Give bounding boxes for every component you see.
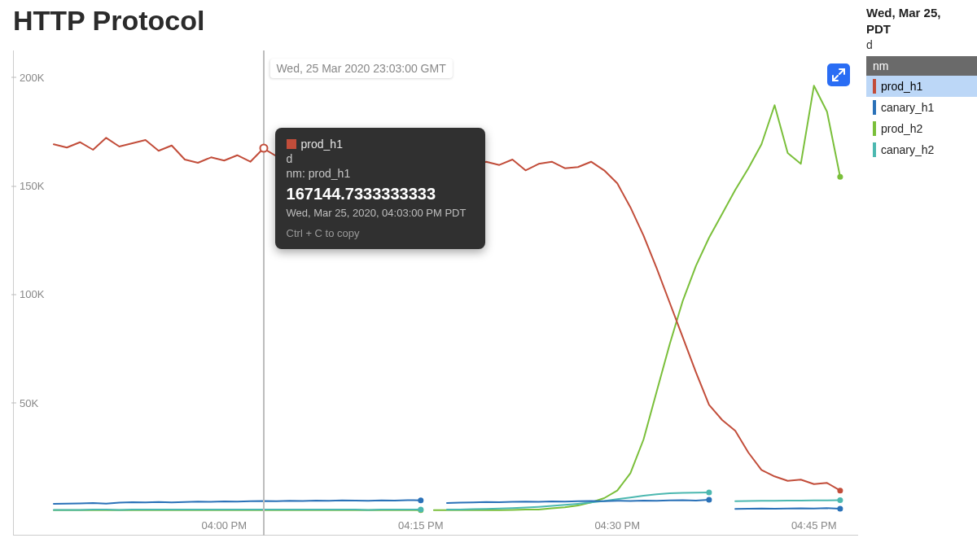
svg-point-2 — [418, 507, 423, 513]
hover-guideline — [263, 50, 265, 536]
hover-tooltip: prod_h1 d nm: prod_h1 167144.7333333333 … — [275, 128, 485, 249]
x-axis-tick: 04:15 PM — [398, 519, 444, 532]
side-date: Wed, Mar 25, — [866, 5, 977, 21]
side-timezone: PDT — [866, 21, 977, 37]
svg-point-6 — [706, 497, 712, 503]
tooltip-value: 167144.7333333333 — [287, 185, 474, 203]
tooltip-copy-hint: Ctrl + C to copy — [287, 227, 474, 239]
x-axis-tick: 04:30 PM — [594, 519, 640, 532]
chart-plot-area[interactable]: 200K150K100K50K 04:00 PM04:15 PM04:30 PM… — [13, 50, 858, 536]
legend-item-canary-h2[interactable]: canary_h2 — [866, 139, 977, 160]
hover-point-marker — [259, 144, 268, 153]
hover-time-label: Wed, 25 Mar 2020 23:03:00 GMT — [269, 59, 452, 78]
legend-color-swatch — [873, 121, 876, 136]
svg-point-1 — [837, 174, 843, 180]
chart-title: HTTP Protocol — [13, 5, 205, 37]
side-panel: Wed, Mar 25, PDT d nm prod_h1canary_h1pr… — [866, 5, 977, 160]
legend-item-prod-h1[interactable]: prod_h1 — [866, 76, 977, 97]
tooltip-dimension: d — [287, 152, 474, 165]
x-axis-tick: 04:00 PM — [201, 519, 247, 532]
svg-point-8 — [837, 488, 843, 493]
y-axis-tick: 100K — [20, 288, 44, 300]
legend-item-prod-h2[interactable]: prod_h2 — [866, 118, 977, 139]
legend-item-canary-h1[interactable]: canary_h1 — [866, 97, 977, 118]
side-dimension: d — [866, 38, 977, 51]
legend-header: nm — [866, 56, 977, 76]
x-axis-tick: 04:45 PM — [791, 519, 837, 532]
legend-color-swatch — [873, 100, 876, 115]
legend-color-swatch — [873, 79, 876, 94]
tooltip-series-name: prod_h1 — [301, 138, 343, 151]
legend-item-label: prod_h1 — [881, 80, 922, 93]
svg-point-5 — [418, 497, 423, 503]
legend-color-swatch — [873, 142, 876, 157]
legend-item-label: canary_h1 — [881, 101, 934, 114]
legend-item-label: prod_h2 — [881, 122, 922, 135]
tooltip-nm-line: nm: prod_h1 — [287, 167, 474, 180]
legend-item-label: canary_h2 — [881, 143, 934, 156]
tooltip-timestamp: Wed, Mar 25, 2020, 04:03:00 PM PDT — [287, 207, 474, 219]
svg-point-4 — [837, 497, 843, 503]
y-axis-tick: 200K — [20, 71, 44, 83]
svg-point-7 — [837, 506, 843, 512]
chart-lines — [13, 50, 858, 536]
legend: nm prod_h1canary_h1prod_h2canary_h2 — [866, 56, 977, 160]
svg-point-3 — [706, 490, 712, 496]
expand-icon — [832, 68, 845, 81]
y-axis-tick: 150K — [20, 180, 44, 192]
expand-button[interactable] — [827, 63, 850, 86]
y-axis-tick: 50K — [20, 396, 38, 409]
tooltip-swatch — [287, 139, 296, 149]
